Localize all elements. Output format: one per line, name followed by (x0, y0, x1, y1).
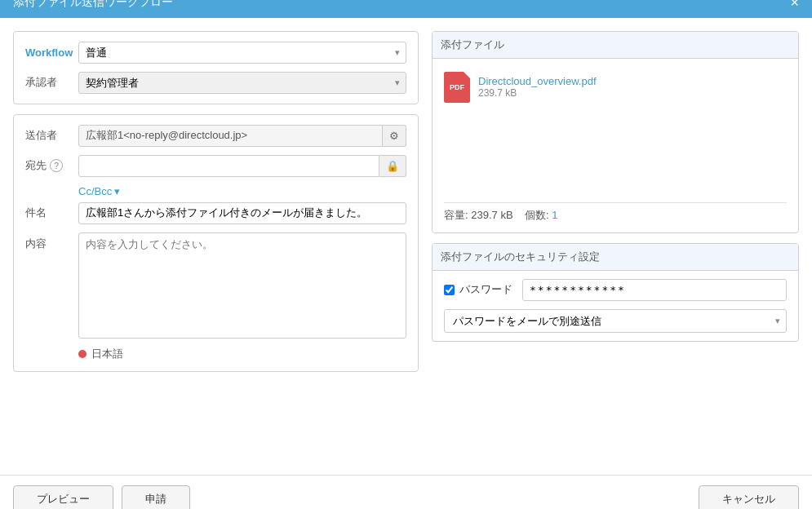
password-row: パスワード (444, 279, 787, 301)
approver-row: 承認者 契約管理者 ▾ (25, 72, 406, 94)
cc-bcc-label: Cc/Bcc (78, 185, 112, 197)
stats-count-label: 個数: (525, 209, 549, 221)
dialog-header: 添付ファイル送信ワークフロー × (0, 0, 812, 18)
security-section-title: 添付ファイルのセキュリティ設定 (433, 244, 798, 271)
password-label: パスワード (459, 282, 512, 297)
send-option-wrapper: パスワードをメールで別途送信 ▾ (444, 309, 787, 333)
left-panel: Workflow 普通 ▾ 承認者 契約管理者 ▾ (13, 31, 419, 462)
attachment-stats: 容量: 239.7 kB 個数: 1 (444, 202, 787, 223)
workflow-row: Workflow 普通 ▾ (25, 42, 406, 64)
to-input[interactable] (78, 155, 379, 177)
body-label: 内容 (25, 232, 70, 251)
attachment-section: 添付ファイル PDF Directcloud_overview.pdf 239.… (432, 31, 799, 233)
sender-input[interactable] (78, 125, 383, 147)
to-help-icon: ? (50, 159, 63, 172)
attachment-info: Directcloud_overview.pdf 239.7 kB (478, 75, 597, 99)
pdf-icon: PDF (444, 72, 470, 103)
password-checkbox-label[interactable]: パスワード (444, 282, 512, 297)
sender-row: 送信者 ⚙ (25, 125, 406, 147)
cancel-button[interactable]: キャンセル (699, 485, 799, 510)
cc-bcc-link[interactable]: Cc/Bcc ▾ (78, 185, 406, 197)
subject-label: 件名 (25, 206, 70, 220)
to-address-book-icon[interactable]: 🔒 (379, 155, 406, 177)
sender-label: 送信者 (25, 128, 70, 143)
send-option-select[interactable]: パスワードをメールで別途送信 (444, 309, 787, 333)
security-section: 添付ファイルのセキュリティ設定 パスワード パスワードをメールで別途送信 ▾ (432, 243, 799, 342)
language-dot-icon (78, 350, 87, 358)
body-textarea[interactable] (78, 232, 406, 339)
attachment-filesize: 239.7 kB (478, 87, 597, 99)
dialog-title: 添付ファイル送信ワークフロー (13, 0, 173, 10)
attachment-section-title: 添付ファイル (433, 32, 798, 59)
workflow-select-wrapper: 普通 ▾ (78, 42, 406, 64)
security-body: パスワード パスワードをメールで別途送信 ▾ (433, 271, 798, 341)
workflow-label: Workflow (25, 46, 70, 59)
workflow-select[interactable]: 普通 (78, 42, 406, 64)
stats-size-value: 239.7 kB (471, 209, 512, 221)
language-label: 日本語 (91, 347, 123, 361)
to-label: 宛先 (25, 158, 47, 173)
subject-input[interactable] (78, 202, 406, 224)
stats-count-value: 1 (552, 209, 557, 221)
password-checkbox[interactable] (444, 285, 455, 295)
workflow-section: Workflow 普通 ▾ 承認者 契約管理者 ▾ (13, 31, 419, 104)
approver-select-wrapper: 契約管理者 ▾ (78, 72, 406, 94)
main-dialog: 添付ファイル送信ワークフロー × Workflow 普通 ▾ (0, 0, 812, 509)
sender-input-wrapper: ⚙ (78, 125, 406, 147)
approver-select[interactable]: 契約管理者 (78, 72, 406, 94)
apply-button[interactable]: 申請 (122, 485, 190, 510)
dialog-footer: プレビュー 申請 キャンセル (0, 475, 812, 510)
body-row: 内容 (25, 232, 406, 339)
attachment-file-area: PDF Directcloud_overview.pdf 239.7 kB (444, 67, 787, 197)
attachment-item: PDF Directcloud_overview.pdf 239.7 kB (444, 67, 787, 108)
preview-button[interactable]: プレビュー (13, 485, 113, 510)
subject-row: 件名 (25, 202, 406, 224)
to-row: 宛先 ? 🔒 (25, 155, 406, 177)
to-label-wrap: 宛先 ? (25, 158, 70, 173)
attachment-filename: Directcloud_overview.pdf (478, 75, 597, 87)
sender-settings-icon[interactable]: ⚙ (383, 125, 406, 147)
close-button[interactable]: × (790, 0, 799, 10)
email-section: 送信者 ⚙ 宛先 ? 🔒 (13, 114, 419, 372)
cc-bcc-chevron-icon: ▾ (114, 185, 120, 197)
stats-size-label: 容量: (444, 209, 468, 221)
to-input-wrapper: 🔒 (78, 155, 406, 177)
right-panel: 添付ファイル PDF Directcloud_overview.pdf 239.… (432, 31, 799, 462)
dialog-body: Workflow 普通 ▾ 承認者 契約管理者 ▾ (0, 18, 812, 475)
language-indicator: 日本語 (25, 347, 406, 361)
approver-label: 承認者 (25, 75, 70, 90)
password-input[interactable] (522, 279, 787, 301)
